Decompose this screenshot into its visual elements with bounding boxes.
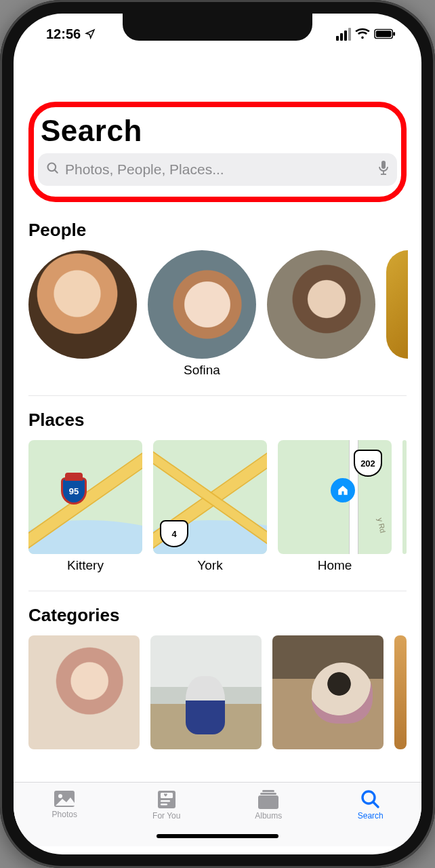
screen: 12:56 Search xyxy=(14,14,421,854)
person-item[interactable] xyxy=(28,250,137,378)
svg-rect-5 xyxy=(381,161,386,169)
tab-label: Albums xyxy=(255,811,282,821)
svg-line-18 xyxy=(373,802,378,807)
notch xyxy=(123,14,312,41)
person-item-partial[interactable] xyxy=(386,250,408,359)
tab-label: For You xyxy=(152,811,180,821)
svg-rect-16 xyxy=(258,795,278,809)
svg-rect-1 xyxy=(376,31,392,37)
svg-rect-2 xyxy=(393,32,395,36)
tab-label: Photos xyxy=(52,810,77,819)
place-item[interactable]: 202 y Rd Home xyxy=(278,440,392,573)
category-item[interactable] xyxy=(28,635,140,749)
people-heading: People xyxy=(28,220,407,241)
us-route-shield-icon: 202 xyxy=(354,450,382,477)
interstate-shield-icon: 95 xyxy=(61,477,87,505)
status-time: 12:56 xyxy=(46,26,81,42)
place-item[interactable]: 95 Kittery xyxy=(28,440,142,573)
road-label: y Rd xyxy=(376,517,387,534)
tab-label: Search xyxy=(358,811,384,821)
person-item[interactable] xyxy=(267,250,375,378)
dictate-icon[interactable] xyxy=(378,161,389,178)
place-name: Home xyxy=(318,558,352,573)
svg-rect-13 xyxy=(161,804,167,805)
tab-photos[interactable]: Photos xyxy=(30,789,98,819)
search-header-highlight: Search xyxy=(28,102,407,202)
places-heading: Places xyxy=(28,410,407,431)
place-name: Kittery xyxy=(67,558,104,573)
categories-heading: Categories xyxy=(28,605,407,626)
cellular-icon xyxy=(336,28,351,41)
places-section: Places 95 Kittery xyxy=(28,395,407,573)
svg-line-4 xyxy=(55,170,58,173)
map-thumb: 202 y Rd xyxy=(278,440,392,554)
home-indicator[interactable] xyxy=(157,834,278,838)
content: Search People xyxy=(14,54,421,782)
people-row[interactable]: Sofina xyxy=(28,250,407,378)
category-item[interactable] xyxy=(272,635,384,749)
person-item[interactable]: Sofina xyxy=(148,250,256,378)
avatar xyxy=(28,250,137,359)
tab-bar: Photos For You Albums Search xyxy=(14,782,421,846)
svg-rect-15 xyxy=(260,793,276,795)
place-item-partial[interactable] xyxy=(402,440,407,554)
categories-section: Categories xyxy=(28,591,407,749)
category-item[interactable] xyxy=(150,635,262,749)
svg-point-9 xyxy=(58,794,62,798)
us-route-shield-icon: 4 xyxy=(160,520,188,547)
avatar xyxy=(148,250,256,359)
tab-for-you[interactable]: For You xyxy=(133,789,201,821)
home-pin-icon xyxy=(331,478,355,502)
tab-albums[interactable]: Albums xyxy=(234,789,302,821)
svg-rect-14 xyxy=(262,790,274,792)
categories-row[interactable] xyxy=(28,635,407,749)
people-section: People Sofina xyxy=(28,220,407,378)
phone-frame: 12:56 Search xyxy=(0,0,435,868)
tab-search[interactable]: Search xyxy=(337,789,405,821)
svg-rect-12 xyxy=(161,800,170,802)
battery-icon xyxy=(374,28,396,39)
person-name: Sofina xyxy=(184,363,220,378)
avatar xyxy=(267,250,375,359)
places-row[interactable]: 95 Kittery 4 York xyxy=(28,440,407,573)
location-icon xyxy=(85,28,96,39)
category-item-partial[interactable] xyxy=(394,635,407,749)
search-field[interactable] xyxy=(38,153,397,186)
place-item[interactable]: 4 York xyxy=(153,440,267,573)
map-thumb: 4 xyxy=(153,440,267,554)
search-icon xyxy=(46,161,60,178)
page-title: Search xyxy=(38,114,397,148)
place-name: York xyxy=(197,558,222,573)
wifi-icon xyxy=(355,28,370,40)
search-input[interactable] xyxy=(65,161,373,178)
map-thumb: 95 xyxy=(28,440,142,554)
